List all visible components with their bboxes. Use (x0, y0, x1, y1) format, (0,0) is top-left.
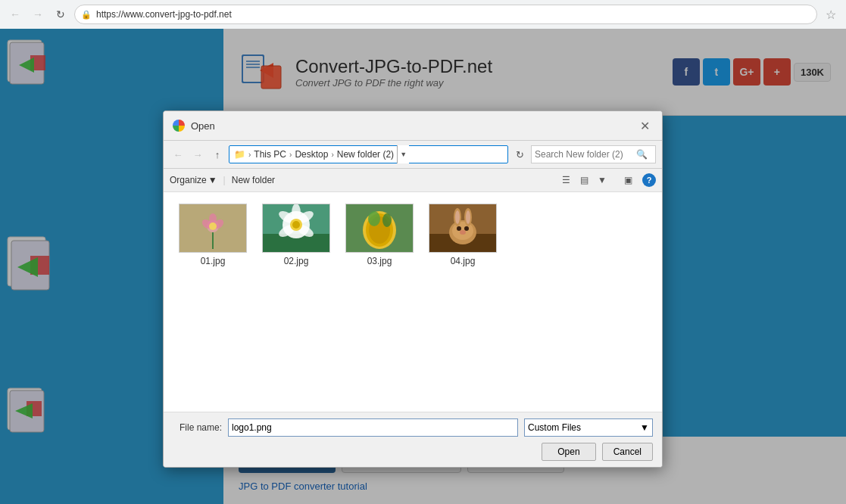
filetype-chevron: ▼ (640, 422, 649, 433)
file-name-04: 04.jpg (451, 256, 476, 266)
thumb-img-04 (429, 204, 497, 253)
svg-point-24 (209, 222, 217, 230)
thumb-img-03 (345, 204, 414, 253)
view-list-button[interactable]: ☰ (557, 172, 574, 188)
organize-button[interactable]: Organize ▼ (170, 175, 217, 185)
filetype-label: Custom Files (528, 422, 581, 433)
search-icon-button[interactable]: 🔍 (636, 149, 648, 160)
url-text: https://www.convert-jpg-to-pdf.net (96, 9, 232, 20)
bc-sep-2: › (289, 151, 292, 159)
filename-row: File name: Custom Files ▼ (173, 418, 653, 437)
file-name-01: 01.jpg (201, 256, 226, 266)
bookmark-button[interactable]: ☆ (822, 5, 840, 23)
dialog-addressbar: ← → ↑ 📁 › This PC › Desktop › New folder… (164, 141, 662, 169)
thumb-img-01 (179, 204, 247, 253)
address-bar[interactable]: 🔒 https://www.convert-jpg-to-pdf.net (74, 5, 817, 24)
file-thumb-04 (429, 204, 497, 253)
bc-desktop: Desktop (295, 149, 328, 160)
view-details-button[interactable]: ▤ (576, 172, 592, 188)
dialog-search[interactable]: 🔍 (531, 145, 656, 163)
breadcrumb-folder-icon: 📁 (234, 149, 245, 160)
filename-label: File name: (173, 422, 222, 433)
open-button[interactable]: Open (542, 443, 595, 461)
dialog-refresh-button[interactable]: ↻ (511, 146, 528, 163)
svg-point-52 (460, 230, 466, 235)
file-name-02: 02.jpg (284, 256, 309, 266)
bc-sep-1: › (248, 151, 251, 159)
dialog-titlebar: Open ✕ (164, 111, 662, 141)
help-button[interactable]: ? (642, 173, 656, 187)
svg-point-35 (292, 221, 300, 229)
filetype-dropdown[interactable]: Custom Files ▼ (524, 418, 653, 437)
svg-point-48 (455, 210, 460, 224)
footer-buttons: Open Cancel (173, 443, 653, 461)
dialog-title-text: Open (191, 120, 215, 132)
file-thumb-03 (345, 204, 414, 253)
file-thumb-02 (262, 204, 330, 253)
svg-point-41 (382, 213, 392, 227)
forward-button[interactable]: → (29, 5, 47, 23)
page-background: Convert-JPG-to-PDF.net Convert JPG to PD… (0, 29, 846, 504)
dialog-toolbar: Organize ▼ | New folder ☰ ▤ ▼ ▣ ? (164, 169, 662, 192)
thumb-img-02 (262, 204, 330, 253)
preview-pane-button[interactable]: ▣ (620, 172, 636, 188)
dialog-close-button[interactable]: ✕ (636, 117, 653, 134)
dialog-up-button[interactable]: ↑ (209, 146, 226, 163)
open-dialog: Open ✕ ← → ↑ 📁 › This PC › Desktop › New… (163, 110, 663, 468)
svg-point-40 (368, 211, 380, 226)
breadcrumb-path: 📁 › This PC › Desktop › New folder (2) ▼ (229, 145, 508, 163)
new-folder-button[interactable]: New folder (232, 175, 275, 185)
dialog-cancel-button[interactable]: Cancel (602, 443, 653, 461)
view-buttons: ☰ ▤ ▼ ▣ ? (557, 172, 656, 188)
bc-sep-3: › (331, 151, 333, 159)
chrome-icon (173, 120, 185, 132)
file-thumb-01 (179, 204, 247, 253)
breadcrumb-dropdown[interactable]: ▼ (397, 145, 409, 163)
back-button[interactable]: ← (6, 5, 24, 23)
file-item-01[interactable]: 01.jpg (175, 200, 251, 270)
filename-input[interactable] (228, 418, 518, 437)
file-name-03: 03.jpg (367, 256, 392, 266)
svg-point-49 (466, 210, 470, 224)
dialog-title-area: Open (173, 120, 215, 132)
file-item-02[interactable]: 02.jpg (258, 200, 334, 270)
bc-folder: New folder (2) (337, 149, 394, 160)
lock-icon: 🔒 (81, 10, 92, 20)
dialog-footer: File name: Custom Files ▼ Open Cancel (164, 412, 662, 467)
browser-chrome: ← → ↻ 🔒 https://www.convert-jpg-to-pdf.n… (0, 0, 846, 30)
dialog-forward-button[interactable]: → (189, 146, 206, 163)
organize-chevron: ▼ (208, 175, 217, 185)
view-dropdown-button[interactable]: ▼ (594, 172, 610, 188)
organize-label: Organize (170, 175, 207, 185)
svg-point-50 (457, 226, 461, 231)
file-grid: 01.jpg (164, 192, 662, 412)
file-item-04[interactable]: 04.jpg (425, 200, 501, 270)
browser-toolbar: ← → ↻ 🔒 https://www.convert-jpg-to-pdf.n… (0, 0, 846, 29)
search-input[interactable] (535, 149, 633, 160)
file-item-03[interactable]: 03.jpg (342, 200, 417, 270)
reload-button[interactable]: ↻ (52, 5, 70, 23)
dialog-back-button[interactable]: ← (170, 146, 186, 163)
bc-thispc: This PC (254, 149, 286, 160)
toolbar-separator: | (223, 175, 226, 185)
svg-point-51 (464, 226, 469, 231)
